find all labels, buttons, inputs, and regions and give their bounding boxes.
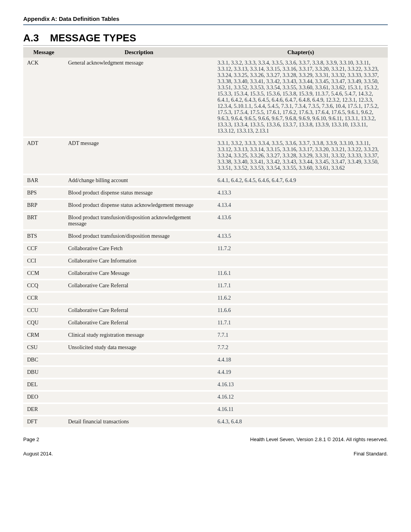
- cell-description: Unsolicited study data message: [64, 341, 214, 354]
- footer-row-1: Page 2 Health Level Seven, Version 2.8.1…: [23, 437, 388, 442]
- col-header-chapters: Chapter(s): [214, 47, 388, 58]
- cell-description: Collaborative Care Message: [64, 267, 214, 280]
- table-row: BRPBlood product dispense status acknowl…: [23, 199, 388, 211]
- section-heading: A.3 MESSAGE TYPES: [23, 32, 388, 46]
- page-number: Page 2: [23, 437, 39, 442]
- cell-message: DER: [23, 403, 64, 416]
- cell-description: Collaborative Care Information: [64, 255, 214, 267]
- cell-description: General acknowledgment message: [64, 58, 214, 137]
- table-row: CCR11.6.2: [23, 292, 388, 304]
- table-row: DER4.16.11: [23, 403, 388, 416]
- cell-chapters: [214, 255, 388, 267]
- cell-chapters: 11.6.2: [214, 292, 388, 304]
- cell-description: Blood product transfusion/disposition ac…: [64, 211, 214, 230]
- cell-description: Collaborative Care Referral: [64, 317, 214, 329]
- cell-message: CCU: [23, 304, 64, 317]
- table-row: CCMCollaborative Care Message11.6.1: [23, 267, 388, 280]
- table-row: DEO4.16.12: [23, 391, 388, 403]
- table-row: ACKGeneral acknowledgment message3.3.1, …: [23, 58, 388, 137]
- page-header: Appendix A: Data Definition Tables: [23, 15, 388, 25]
- cell-chapters: 4.16.13: [214, 379, 388, 391]
- cell-chapters: 4.4.19: [214, 366, 388, 379]
- cell-message: CQU: [23, 317, 64, 329]
- cell-message: BTS: [23, 230, 64, 242]
- cell-description: [64, 366, 214, 379]
- cell-description: Detail financial transactions: [64, 416, 214, 428]
- section-title-text: MESSAGE TYPES: [50, 32, 136, 44]
- table-row: DFTDetail financial transactions6.4.3, 6…: [23, 416, 388, 428]
- cell-chapters: 6.4.1, 6.4.2, 6.4.5, 6.4.6, 6.4.7, 6.4.9: [214, 174, 388, 187]
- col-header-description: Description: [64, 47, 214, 58]
- table-row: CCICollaborative Care Information: [23, 255, 388, 267]
- cell-chapters: 4.13.3: [214, 187, 388, 199]
- table-row: CQUCollaborative Care Referral11.7.1: [23, 317, 388, 329]
- cell-chapters: 7.7.1: [214, 329, 388, 341]
- cell-description: Collaborative Care Fetch: [64, 242, 214, 255]
- table-row: DBC4.4.18: [23, 354, 388, 366]
- cell-description: Add/change billing account: [64, 174, 214, 187]
- table-row: CCUCollaborative Care Referral11.6.6: [23, 304, 388, 317]
- footer-date: August 2014.: [23, 451, 53, 457]
- cell-chapters: 11.7.2: [214, 242, 388, 255]
- cell-description: Clinical study registration message: [64, 329, 214, 341]
- cell-description: Collaborative Care Referral: [64, 280, 214, 292]
- section-number: A.3: [23, 32, 47, 44]
- table-row: DBU4.4.19: [23, 366, 388, 379]
- cell-message: CCI: [23, 255, 64, 267]
- cell-message: DEL: [23, 379, 64, 391]
- cell-message: BRP: [23, 199, 64, 211]
- cell-message: CCM: [23, 267, 64, 280]
- col-header-message: Message: [23, 47, 64, 58]
- cell-description: [64, 391, 214, 403]
- cell-message: BPS: [23, 187, 64, 199]
- table-row: CRMClinical study registration message7.…: [23, 329, 388, 341]
- cell-chapters: 11.7.1: [214, 280, 388, 292]
- cell-message: ACK: [23, 58, 64, 137]
- table-row: CCFCollaborative Care Fetch11.7.2: [23, 242, 388, 255]
- copyright-text: Health Level Seven, Version 2.8.1 © 2014…: [250, 437, 388, 442]
- cell-chapters: 4.16.11: [214, 403, 388, 416]
- cell-description: Blood product dispense status message: [64, 187, 214, 199]
- cell-chapters: 11.7.1: [214, 317, 388, 329]
- cell-chapters: 4.13.6: [214, 211, 388, 230]
- cell-message: CSU: [23, 341, 64, 354]
- cell-chapters: 4.16.12: [214, 391, 388, 403]
- cell-message: CCF: [23, 242, 64, 255]
- table-row: BARAdd/change billing account6.4.1, 6.4.…: [23, 174, 388, 187]
- cell-message: DEO: [23, 391, 64, 403]
- table-row: BRTBlood product transfusion/disposition…: [23, 211, 388, 230]
- cell-description: ADT message: [64, 137, 214, 174]
- footer-status: Final Standard.: [354, 451, 388, 457]
- cell-message: BRT: [23, 211, 64, 230]
- cell-description: [64, 292, 214, 304]
- cell-chapters: 6.4.3, 6.4.8: [214, 416, 388, 428]
- cell-description: [64, 403, 214, 416]
- cell-message: CRM: [23, 329, 64, 341]
- cell-description: [64, 354, 214, 366]
- cell-message: BAR: [23, 174, 64, 187]
- cell-chapters: 11.6.1: [214, 267, 388, 280]
- cell-message: CCR: [23, 292, 64, 304]
- cell-chapters: 7.7.2: [214, 341, 388, 354]
- cell-chapters: 4.4.18: [214, 354, 388, 366]
- cell-chapters: 4.13.4: [214, 199, 388, 211]
- cell-message: DBC: [23, 354, 64, 366]
- table-row: ADTADT message3.3.1, 3.3.2, 3.3.3, 3.3.4…: [23, 137, 388, 174]
- cell-message: DFT: [23, 416, 64, 428]
- cell-chapters: 4.13.5: [214, 230, 388, 242]
- table-row: BTSBlood product transfusion/disposition…: [23, 230, 388, 242]
- cell-message: CCQ: [23, 280, 64, 292]
- table-row: DEL4.16.13: [23, 379, 388, 391]
- cell-description: [64, 379, 214, 391]
- cell-chapters: 11.6.6: [214, 304, 388, 317]
- cell-chapters: 3.3.1, 3.3.2, 3.3.3, 3.3.4, 3.3.5, 3.3.6…: [214, 58, 388, 137]
- footer-row-2: August 2014. Final Standard.: [23, 451, 388, 457]
- cell-description: Collaborative Care Referral: [64, 304, 214, 317]
- cell-message: ADT: [23, 137, 64, 174]
- cell-description: Blood product dispense status acknowledg…: [64, 199, 214, 211]
- table-row: BPSBlood product dispense status message…: [23, 187, 388, 199]
- table-row: CCQCollaborative Care Referral11.7.1: [23, 280, 388, 292]
- table-row: CSUUnsolicited study data message7.7.2: [23, 341, 388, 354]
- cell-chapters: 3.3.1, 3.3.2, 3.3.3, 3.3.4, 3.3.5, 3.3.6…: [214, 137, 388, 174]
- cell-description: Blood product transfusion/disposition me…: [64, 230, 214, 242]
